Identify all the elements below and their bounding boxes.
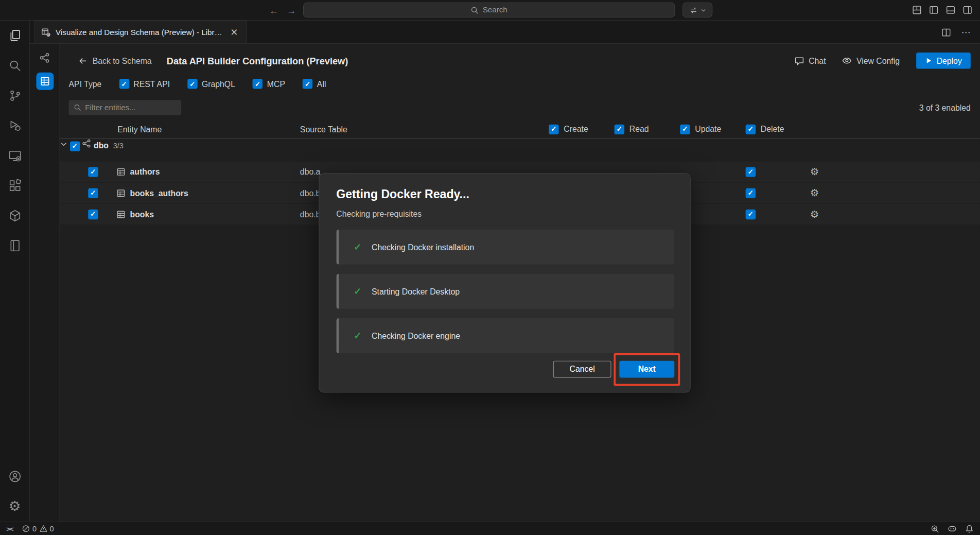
search-icon bbox=[74, 104, 81, 112]
entity-name: books bbox=[130, 210, 154, 219]
create-all-checkbox[interactable] bbox=[549, 124, 558, 134]
delete-checkbox[interactable] bbox=[746, 167, 756, 177]
read-all-checkbox[interactable] bbox=[615, 124, 624, 134]
chat-icon bbox=[794, 56, 804, 65]
mcp-label: MCP bbox=[267, 79, 285, 89]
chat-button[interactable]: Chat bbox=[794, 56, 826, 65]
row-checkbox[interactable] bbox=[88, 209, 98, 219]
settings-gear-icon[interactable]: ⚙ bbox=[0, 491, 30, 521]
toggle-secondary-sidebar-icon[interactable] bbox=[962, 5, 972, 15]
dab-config-icon[interactable] bbox=[36, 73, 54, 90]
history-back-button[interactable]: ← bbox=[268, 4, 280, 16]
rest-api-checkbox[interactable] bbox=[119, 79, 129, 89]
errors-icon bbox=[22, 525, 30, 533]
mcp-checkbox[interactable] bbox=[253, 79, 262, 89]
mcp-checkbox-option[interactable]: MCP bbox=[253, 79, 285, 89]
group-checkbox[interactable] bbox=[70, 141, 80, 151]
filter-entities-input[interactable] bbox=[85, 103, 176, 112]
view-config-button[interactable]: View Config bbox=[842, 56, 900, 65]
all-checkbox[interactable] bbox=[303, 79, 312, 89]
row-settings-gear-icon[interactable]: ⚙ bbox=[810, 188, 819, 198]
api-type-label: API Type bbox=[69, 79, 102, 89]
designer-rail bbox=[30, 44, 60, 522]
problems-indicator[interactable]: 0 0 bbox=[22, 524, 54, 533]
table-icon bbox=[116, 188, 126, 197]
all-checkbox-option[interactable]: All bbox=[303, 79, 326, 89]
back-label: Back to Schema bbox=[93, 56, 152, 65]
delete-checkbox[interactable] bbox=[746, 188, 756, 198]
session-dropdown[interactable] bbox=[682, 3, 712, 18]
errors-count: 0 bbox=[32, 524, 37, 533]
app-window: ← → Search bbox=[0, 0, 980, 535]
row-checkbox[interactable] bbox=[88, 188, 98, 198]
toggle-panel-icon[interactable] bbox=[946, 5, 955, 15]
title-bar: ← → Search bbox=[0, 0, 980, 21]
play-icon bbox=[925, 57, 933, 64]
table-icon bbox=[116, 167, 126, 176]
enabled-summary: 3 of 3 enabled bbox=[919, 103, 971, 112]
check-icon: ✓ bbox=[354, 286, 361, 297]
zoom-icon[interactable] bbox=[931, 524, 939, 533]
row-settings-gear-icon[interactable]: ⚙ bbox=[810, 167, 819, 177]
database-projects-icon[interactable] bbox=[0, 231, 30, 261]
bell-icon[interactable] bbox=[965, 524, 974, 533]
source-table: dbo.b bbox=[300, 188, 321, 197]
view-config-label: View Config bbox=[856, 56, 900, 65]
remote-indicator-icon[interactable]: >< bbox=[6, 525, 13, 532]
search-icon bbox=[471, 6, 479, 14]
table-icon bbox=[116, 210, 126, 219]
chevron-down-icon bbox=[701, 7, 706, 13]
graphql-checkbox-option[interactable]: GraphQL bbox=[187, 79, 235, 89]
arrow-left-icon bbox=[78, 56, 87, 65]
extensions-icon[interactable] bbox=[0, 170, 30, 200]
split-editor-icon[interactable] bbox=[941, 27, 951, 37]
column-create: Create bbox=[549, 124, 588, 134]
graphql-checkbox[interactable] bbox=[187, 79, 197, 89]
column-update: Update bbox=[680, 124, 721, 134]
cancel-button[interactable]: Cancel bbox=[553, 361, 611, 378]
chevron-down-icon[interactable] bbox=[60, 141, 70, 150]
column-delete: Delete bbox=[746, 124, 784, 134]
column-read: Read bbox=[615, 124, 649, 134]
row-settings-gear-icon[interactable]: ⚙ bbox=[810, 209, 819, 219]
status-bar: >< 0 0 bbox=[0, 522, 980, 535]
schema-group-row[interactable]: dbo 3/3 bbox=[60, 139, 980, 162]
api-type-row: API Type REST API GraphQL MCP bbox=[60, 73, 980, 95]
source-table: dbo.a bbox=[300, 167, 321, 176]
toggle-primary-sidebar-icon[interactable] bbox=[929, 5, 938, 15]
tab-close-icon[interactable]: ✕ bbox=[229, 27, 240, 38]
schema-diagram-icon[interactable] bbox=[36, 49, 54, 66]
filter-entities-box[interactable] bbox=[69, 100, 182, 115]
activity-bar: ⚙ bbox=[0, 21, 30, 522]
step-docker-desktop: ✓ Starting Docker Desktop bbox=[336, 274, 674, 309]
step-label: Checking Docker installation bbox=[372, 243, 474, 252]
more-actions-icon[interactable]: ⋯ bbox=[961, 27, 971, 38]
command-search-box[interactable]: Search bbox=[303, 3, 675, 18]
search-sidebar-icon[interactable] bbox=[0, 50, 30, 80]
back-to-schema-link[interactable]: Back to Schema bbox=[78, 56, 152, 65]
account-icon[interactable] bbox=[0, 461, 30, 491]
entity-name: books_authors bbox=[130, 188, 188, 197]
update-all-checkbox[interactable] bbox=[680, 124, 690, 134]
rest-api-checkbox-option[interactable]: REST API bbox=[119, 79, 170, 89]
deploy-label: Deploy bbox=[937, 56, 962, 65]
customize-layout-icon[interactable] bbox=[912, 5, 922, 15]
history-forward-button[interactable]: → bbox=[285, 4, 297, 16]
source-control-icon[interactable] bbox=[0, 81, 30, 111]
explorer-icon[interactable] bbox=[0, 21, 30, 50]
source-table: dbo.b bbox=[300, 210, 321, 219]
check-icon: ✓ bbox=[354, 241, 361, 253]
delete-checkbox[interactable] bbox=[746, 209, 756, 219]
copilot-icon[interactable] bbox=[948, 524, 957, 533]
tab-visualize-schema[interactable]: Visualize and Design Schema (Preview) - … bbox=[34, 21, 247, 43]
row-checkbox[interactable] bbox=[88, 167, 98, 177]
delete-all-checkbox[interactable] bbox=[746, 124, 756, 134]
step-label: Starting Docker Desktop bbox=[372, 287, 460, 296]
filter-row: 3 of 3 enabled bbox=[60, 95, 980, 120]
swap-arrows-icon bbox=[689, 6, 698, 14]
next-button[interactable]: Next bbox=[619, 361, 674, 378]
deploy-button[interactable]: Deploy bbox=[916, 53, 971, 69]
remote-explorer-icon[interactable] bbox=[0, 141, 30, 170]
containers-icon[interactable] bbox=[0, 201, 30, 231]
run-debug-icon[interactable] bbox=[0, 111, 30, 141]
